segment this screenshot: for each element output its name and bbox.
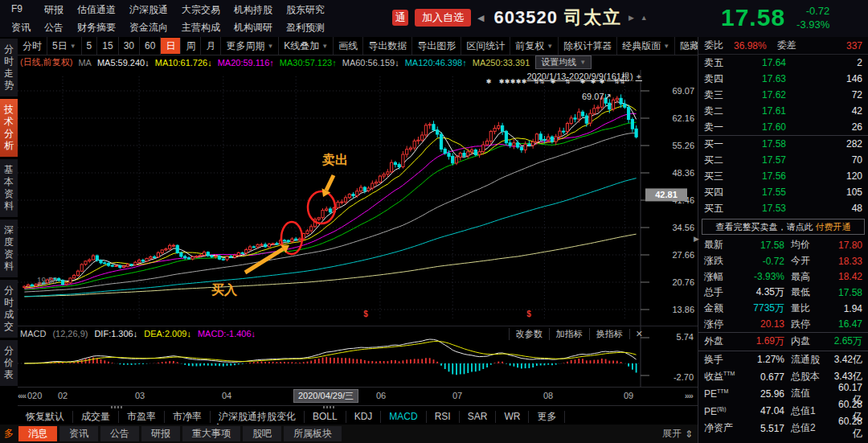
indicator-tab[interactable]: RSI [427, 411, 460, 423]
toolbar-item[interactable]: 日 [161, 38, 181, 54]
nav-forward-icon[interactable]: ▶ [628, 14, 634, 22]
bottom-tab[interactable]: 股吧 [243, 426, 281, 441]
toolbar-item[interactable]: 5日▼ [47, 37, 82, 55]
sidebar-tab[interactable]: 分价表 [0, 340, 18, 386]
macd-value: DEA:2.009↓ [144, 329, 191, 338]
date-range-label[interactable]: 2020/1/13-2020/9/9(161根) ✦ [527, 71, 643, 83]
sidebar-tab[interactable]: 技术分析 [0, 99, 18, 157]
indicator-tab[interactable]: 沪深股通持股变化 [211, 411, 305, 423]
buy-row[interactable]: 买二17.5770 [698, 152, 868, 168]
toolbar-item[interactable]: 月 [201, 37, 221, 55]
menu-item[interactable]: 机构持股 [234, 3, 272, 17]
more-panels-button[interactable]: 多 [2, 427, 16, 441]
price-change-block: -0.72 -3.93% [796, 4, 829, 31]
bottom-tab[interactable]: 公告 [100, 426, 139, 441]
indicator-tab[interactable]: 更多 [529, 411, 565, 423]
indicator-tab[interactable]: 成交量 [73, 411, 119, 423]
toolbar-item[interactable]: 经典版面▼ [617, 37, 675, 55]
sell-row[interactable]: 卖五17.642 [698, 55, 868, 71]
buy-row[interactable]: 买一17.58282 [698, 136, 868, 152]
toolbar-item[interactable]: K线叠加▼ [279, 37, 334, 55]
sell-row[interactable]: 卖二17.6142 [698, 103, 868, 119]
menu-item[interactable]: 主营构成 [182, 21, 220, 35]
close-icon[interactable]: ✕ [629, 329, 649, 339]
buy-row[interactable]: 买四17.55105 [698, 184, 868, 200]
annotation-arrow [326, 175, 334, 191]
menu-item[interactable]: 资讯 [11, 21, 31, 35]
pager-right-icon[interactable]: »» [685, 391, 693, 400]
indicator-tab[interactable]: 市盈率 [119, 411, 165, 423]
bottom-tab[interactable]: 消息 [18, 426, 57, 441]
crosshair-date-box[interactable]: 2020/04/29/三 [293, 389, 358, 403]
ma-info-bar: (日线,前复权)MAMA5:59.240↓MA10:61.726↓MA20:59… [18, 55, 698, 70]
pager-left-icon[interactable]: «« [18, 391, 26, 400]
sidebar-tab[interactable]: 深度资料 [0, 219, 18, 277]
bottom-tab[interactable]: 研报 [141, 426, 180, 441]
menu-item[interactable]: 机构调研 [234, 21, 272, 35]
toolbar-item-label: 5日 [52, 39, 68, 53]
toolbar-item[interactable]: 画线 [334, 37, 363, 55]
menu-item[interactable]: 资金流向 [129, 21, 168, 35]
toolbar-item[interactable]: 60 [140, 37, 161, 55]
sell-row[interactable]: 卖三17.6272 [698, 87, 868, 103]
menu-item[interactable]: 大宗交易 [182, 3, 220, 17]
toolbar-item[interactable]: 周 [181, 37, 201, 55]
paywall-link[interactable]: 付费开通 [816, 222, 851, 232]
toolbar-item[interactable]: 导出图形 [412, 37, 461, 55]
toolbar-item-label: 日 [166, 39, 175, 53]
toolbar-item[interactable]: 30 [119, 37, 140, 55]
buy-row[interactable]: 买三17.56120 [698, 168, 868, 184]
bottom-tab[interactable]: 重大事项 [182, 426, 240, 441]
indicator-tab[interactable]: BOLL [305, 411, 346, 423]
ma-settings-button[interactable]: 设置均线▼ [535, 55, 592, 69]
stat-value: 25.96 [738, 388, 784, 400]
toolbar-item[interactable]: 分时 [18, 37, 47, 55]
buy-row[interactable]: 买五17.5348 [698, 200, 868, 216]
bottom-tab[interactable]: 资讯 [59, 426, 98, 441]
panel-collapse-arrow[interactable]: ▶ [694, 235, 699, 243]
indicator-tab[interactable]: 市净率 [165, 411, 211, 423]
macd-button[interactable]: 换指标 [589, 328, 629, 340]
sidebar-tab[interactable]: 基本资料 [0, 159, 18, 217]
menu-item[interactable]: 研报 [44, 3, 63, 17]
indicator-tab[interactable]: MACD [381, 411, 426, 423]
indicator-tab[interactable]: KDJ [346, 411, 382, 423]
indicator-tab[interactable]: SAR [460, 411, 497, 423]
nav-up-icon[interactable]: ▲ [641, 14, 648, 22]
toolbar-item[interactable]: 更多周期▼ [221, 37, 279, 55]
macd-button[interactable]: 加指标 [549, 328, 589, 340]
indicator-tab[interactable]: WR [496, 411, 529, 423]
menu-item[interactable]: 财务摘要 [77, 21, 116, 35]
menu-item[interactable]: 盈利预测 [286, 21, 325, 35]
stat-row: 金额7735万量比1.94 [698, 301, 868, 317]
toolbar-item[interactable]: 5 [82, 37, 98, 55]
bottom-tab[interactable]: 所属板块 [284, 426, 342, 441]
menu-item[interactable]: 沪深股通 [129, 3, 168, 17]
menu-item[interactable]: F9 [11, 3, 31, 17]
drag-handle-icon[interactable] [111, 406, 122, 408]
toolbar-item-label: 30 [124, 40, 134, 51]
sidebar-tab[interactable]: 分时成交 [0, 280, 18, 338]
toolbar-item[interactable]: 除权计算器 [559, 37, 617, 55]
toolbar-item[interactable]: 隐藏» [675, 37, 698, 55]
paywall-banner[interactable]: 查看完整买卖盘，请点此付费开通 [702, 219, 865, 235]
stat-label: 总手 [704, 285, 738, 299]
drag-handle-icon[interactable] [323, 406, 334, 408]
sidebar-tab[interactable]: 分时走势 [0, 39, 18, 96]
menu-item[interactable]: 公告 [44, 21, 63, 35]
pin-icon[interactable]: ✦ [636, 72, 642, 81]
add-watchlist-button[interactable]: 加入自选 [415, 9, 471, 27]
sell-row[interactable]: 卖四17.63146 [698, 71, 868, 87]
menu-item[interactable]: 估值通道 [77, 3, 116, 17]
toolbar-item[interactable]: 导出数据 [363, 37, 412, 55]
nav-back-icon[interactable]: ◀ [477, 13, 484, 23]
macd-button[interactable]: 改参数 [509, 328, 549, 340]
toolbar-item[interactable]: 15 [97, 37, 118, 55]
expand-button[interactable]: 展开⇕ [662, 427, 693, 441]
toolbar-item[interactable]: 区间统计 [461, 37, 510, 55]
indicator-tab[interactable]: 恢复默认 [18, 411, 73, 423]
toolbar-item[interactable]: 前复权▼ [510, 37, 559, 55]
kline-chart[interactable]: 69.0762.1655.2648.3641.4634.5627.6620.76… [18, 70, 698, 326]
menu-item[interactable]: 股东研究 [286, 3, 325, 17]
sell-row[interactable]: 卖一17.6026 [698, 119, 868, 135]
